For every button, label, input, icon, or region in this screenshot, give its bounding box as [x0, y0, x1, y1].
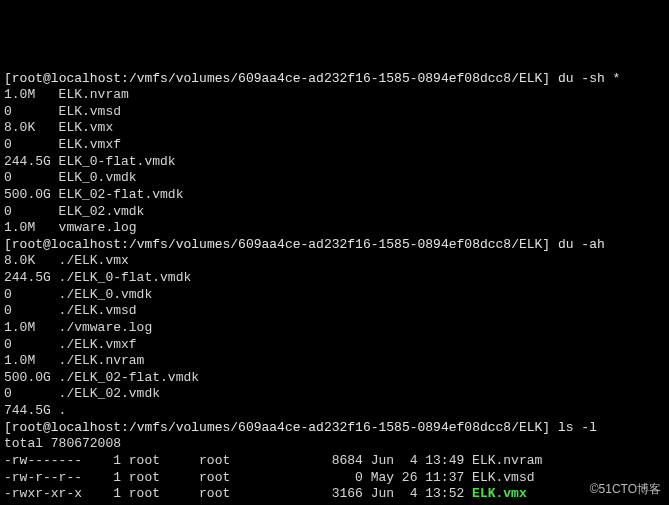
prompt-at: @ — [43, 420, 51, 435]
du-name: vmware.log — [59, 220, 137, 235]
du-output-row: 8.0K ./ELK.vmx — [4, 253, 665, 270]
prompt-line[interactable]: [root@localhost:/vmfs/volumes/609aa4ce-a… — [4, 71, 665, 88]
du-size: 0 — [4, 303, 59, 318]
du-name: ELK.vmsd — [59, 104, 121, 119]
du-output-row: 0 ./ELK_0.vmdk — [4, 287, 665, 304]
ls-row: -rwxr-xr-x 1 root root 3166 Jun 4 13:52 … — [4, 486, 665, 503]
du-name: ELK_02.vmdk — [59, 204, 145, 219]
du-size: 0 — [4, 337, 59, 352]
du-output-row: 1.0M vmware.log — [4, 220, 665, 237]
du-name: ./ELK.vmsd — [59, 303, 137, 318]
du-output-row: 0 ./ELK_02.vmdk — [4, 386, 665, 403]
du-name: ./vmware.log — [59, 320, 153, 335]
du-size: 1.0M — [4, 320, 59, 335]
ls-row-meta: -rw-r--r-- 1 root root 0 May 26 11:37 — [4, 470, 472, 485]
du-name: ./ELK_0.vmdk — [59, 287, 153, 302]
watermark: ©51CTO博客 — [590, 482, 661, 497]
prompt-user: root — [12, 237, 43, 252]
du-name: . — [59, 403, 67, 418]
du-name: ./ELK_02.vmdk — [59, 386, 160, 401]
ls-row-meta: -rw------- 1 root root 8684 Jun 4 13:49 — [4, 453, 472, 468]
du-size: 1.0M — [4, 353, 59, 368]
du-output-row: 1.0M ./ELK.nvram — [4, 353, 665, 370]
du-name: ./ELK.nvram — [59, 353, 145, 368]
du-size: 0 — [4, 137, 59, 152]
du-output-row: 0 ELK_02.vmdk — [4, 204, 665, 221]
du-name: ELK_0-flat.vmdk — [59, 154, 176, 169]
command-text: du -sh * — [558, 71, 620, 86]
du-name: ./ELK.vmxf — [59, 337, 137, 352]
du-output-row: 1.0M ELK.nvram — [4, 87, 665, 104]
prompt-path: /vmfs/volumes/609aa4ce-ad232f16-1585-089… — [129, 71, 542, 86]
du-size: 744.5G — [4, 403, 59, 418]
prompt-open-bracket: [ — [4, 71, 12, 86]
ls-row: -rw-r--r-- 1 root root 0 May 26 11:37 EL… — [4, 470, 665, 487]
du-output-row: 244.5G ./ELK_0-flat.vmdk — [4, 270, 665, 287]
prompt-path: /vmfs/volumes/609aa4ce-ad232f16-1585-089… — [129, 237, 542, 252]
prompt-line[interactable]: [root@localhost:/vmfs/volumes/609aa4ce-a… — [4, 420, 665, 437]
du-size: 244.5G — [4, 270, 59, 285]
prompt-close-bracket: ] — [542, 71, 558, 86]
prompt-close-bracket: ] — [542, 237, 558, 252]
du-size: 0 — [4, 287, 59, 302]
prompt-colon: : — [121, 420, 129, 435]
prompt-open-bracket: [ — [4, 237, 12, 252]
file-name: ELK.vmsd — [472, 470, 534, 485]
prompt-line[interactable]: [root@localhost:/vmfs/volumes/609aa4ce-a… — [4, 237, 665, 254]
du-output-row: 244.5G ELK_0-flat.vmdk — [4, 154, 665, 171]
du-output-row: 0 ELK.vmxf — [4, 137, 665, 154]
ls-total-line: total 780672008 — [4, 436, 665, 453]
du-output-row: 0 ELK.vmsd — [4, 104, 665, 121]
ls-row-meta: -rwxr-xr-x 1 root root 3166 Jun 4 13:52 — [4, 486, 472, 501]
du-size: 0 — [4, 104, 59, 119]
du-name: ELK.nvram — [59, 87, 129, 102]
du-size: 500.0G — [4, 187, 59, 202]
prompt-colon: : — [121, 71, 129, 86]
du-output-row: 1.0M ./vmware.log — [4, 320, 665, 337]
terminal-output[interactable]: [root@localhost:/vmfs/volumes/609aa4ce-a… — [4, 71, 665, 506]
du-output-row: 0 ./ELK.vmsd — [4, 303, 665, 320]
du-size: 1.0M — [4, 87, 59, 102]
du-name: ELK_02-flat.vmdk — [59, 187, 184, 202]
file-name: ELK.nvram — [472, 453, 542, 468]
du-name: ELK.vmx — [59, 120, 114, 135]
du-size: 0 — [4, 170, 59, 185]
prompt-host: localhost — [51, 237, 121, 252]
ls-row: -rw------- 1 root root 8684 Jun 4 13:49 … — [4, 453, 665, 470]
du-size: 1.0M — [4, 220, 59, 235]
du-size: 244.5G — [4, 154, 59, 169]
du-name: ELK_0.vmdk — [59, 170, 137, 185]
file-name: ELK.vmx — [472, 486, 527, 501]
du-size: 8.0K — [4, 120, 59, 135]
du-output-row: 8.0K ELK.vmx — [4, 120, 665, 137]
du-name: ./ELK_0-flat.vmdk — [59, 270, 192, 285]
command-text: ls -l — [558, 420, 597, 435]
du-output-row: 500.0G ELK_02-flat.vmdk — [4, 187, 665, 204]
du-output-row: 0 ./ELK.vmxf — [4, 337, 665, 354]
du-size: 0 — [4, 386, 59, 401]
du-name: ./ELK.vmx — [59, 253, 129, 268]
du-size: 0 — [4, 204, 59, 219]
prompt-colon: : — [121, 237, 129, 252]
prompt-user: root — [12, 420, 43, 435]
prompt-at: @ — [43, 237, 51, 252]
prompt-host: localhost — [51, 71, 121, 86]
prompt-host: localhost — [51, 420, 121, 435]
du-name: ./ELK_02-flat.vmdk — [59, 370, 199, 385]
du-size: 500.0G — [4, 370, 59, 385]
du-size: 8.0K — [4, 253, 59, 268]
du-output-row: 0 ELK_0.vmdk — [4, 170, 665, 187]
du-output-row: 744.5G . — [4, 403, 665, 420]
command-text: du -ah — [558, 237, 605, 252]
prompt-path: /vmfs/volumes/609aa4ce-ad232f16-1585-089… — [129, 420, 542, 435]
du-output-row: 500.0G ./ELK_02-flat.vmdk — [4, 370, 665, 387]
prompt-at: @ — [43, 71, 51, 86]
prompt-open-bracket: [ — [4, 420, 12, 435]
prompt-user: root — [12, 71, 43, 86]
du-name: ELK.vmxf — [59, 137, 121, 152]
prompt-close-bracket: ] — [542, 420, 558, 435]
